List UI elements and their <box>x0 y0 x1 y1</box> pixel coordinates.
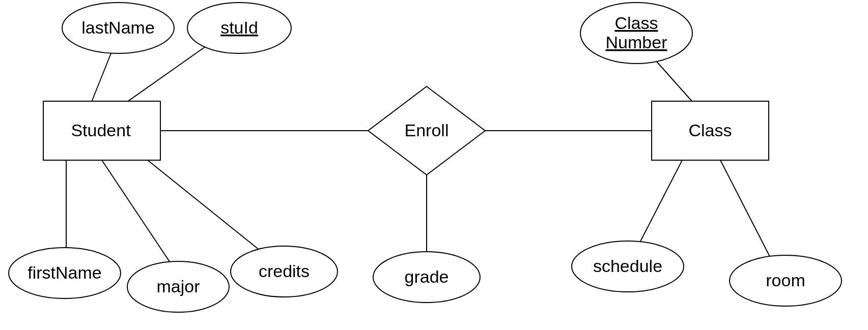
er-diagram: Student Class Enroll lastName stuId firs… <box>0 0 868 330</box>
entity-student-label: Student <box>71 121 131 140</box>
attr-lastname-label: lastName <box>81 18 155 37</box>
attr-credits-label: credits <box>259 261 310 281</box>
attr-classnumber-label-l2: Number <box>606 33 667 52</box>
edge-class-room <box>720 160 774 264</box>
edge-class-schedule <box>636 160 682 249</box>
edge-student-major <box>102 160 178 275</box>
attr-room-label: room <box>766 271 805 290</box>
edge-student-credits <box>148 160 265 254</box>
attr-stuid-label: stuId <box>220 18 258 37</box>
attr-major-label: major <box>156 277 200 296</box>
edge-class-classnumber <box>652 56 692 102</box>
attr-classnumber-label-l1: Class <box>614 13 658 33</box>
entity-class-label: Class <box>688 121 732 140</box>
attr-firstname-label: firstName <box>27 263 101 282</box>
relationship-enroll-label: Enroll <box>405 121 449 140</box>
attr-schedule-label: schedule <box>593 256 662 276</box>
attr-grade-label: grade <box>405 267 449 286</box>
